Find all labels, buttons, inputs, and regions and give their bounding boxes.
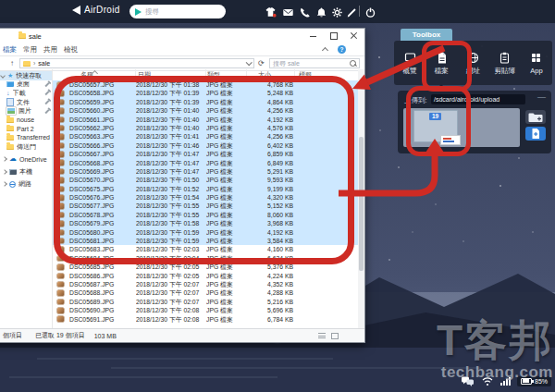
file-date: 2018/12/30 下午 02:08 (136, 306, 206, 314)
sidebar-item-quick-access[interactable]: ★ 快速存取 (0, 71, 52, 80)
sidebar-item-nouse[interactable]: nouse (0, 116, 52, 125)
tab-file[interactable]: 檔案 (3, 45, 17, 55)
collapse-ribbon-icon[interactable] (322, 47, 328, 54)
file-row[interactable]: DSC05668.JPG 2018/12/30 下午 01:47 JPG 檔案 … (53, 159, 358, 167)
sidebar-item-pictures[interactable]: 圖片 (0, 106, 52, 116)
tab-view[interactable]: 檢視 (64, 45, 78, 55)
minimize-popover-button[interactable]: — (537, 92, 546, 102)
chevron-collapse-icon[interactable] (2, 169, 7, 175)
chevron-collapse-icon[interactable] (2, 156, 7, 162)
upload-path-field[interactable]: /sdcard/airdroid/upload (431, 94, 525, 104)
column-header-size[interactable]: 大小 (247, 69, 295, 80)
breadcrumb-item[interactable]: sale (38, 60, 50, 67)
chevron-expand-icon[interactable] (0, 73, 6, 79)
file-row[interactable]: DSC05679.JPG 2018/12/30 下午 01:58 JPG 檔案 … (53, 219, 358, 227)
sidebar-item-this-pc[interactable]: 本機 (0, 167, 52, 177)
file-row[interactable]: DSC05691.JPG 2018/12/30 下午 02:08 JPG 檔案 … (53, 315, 358, 324)
wifi-icon[interactable] (481, 375, 494, 386)
tshirt-icon[interactable] (265, 6, 277, 18)
breadcrumb[interactable]: › sale (19, 58, 254, 68)
sidebar-item-desktop[interactable]: 桌面 (0, 80, 52, 90)
file-row[interactable]: DSC05680.JPG 2018/12/30 下午 01:59 JPG 檔案 … (53, 228, 358, 237)
sidebar-item-downloads[interactable]: ↓ 下載 (0, 89, 52, 98)
file-row[interactable]: DSC05676.JPG 2018/12/30 下午 01:54 JPG 檔案 … (53, 193, 358, 202)
file-row[interactable]: DSC05670.JPG 2018/12/30 下午 01:50 JPG 檔案 … (53, 176, 358, 184)
explorer-search-input[interactable]: 搜尋 sale (269, 58, 360, 68)
file-row[interactable]: DSC05686.JPG 2018/12/30 下午 02:05 JPG 檔案 … (53, 272, 358, 280)
file-name: DSC05669.JPG (69, 167, 136, 176)
vertical-scrollbar[interactable] (358, 69, 364, 328)
gear-icon[interactable] (331, 6, 343, 18)
explorer-titlebar[interactable]: sale (0, 29, 364, 43)
minimize-button[interactable] (303, 29, 324, 43)
add-file-button[interactable] (525, 127, 546, 141)
sidebar-item-part2[interactable]: Part 2 (0, 125, 52, 134)
file-name: DSC05687.JPG (69, 280, 136, 288)
file-type: JPG 檔案 (206, 306, 247, 314)
file-row[interactable]: DSC05685.JPG 2018/12/30 下午 02:05 JPG 檔案 … (53, 263, 358, 271)
file-row[interactable]: DSC05660.JPG 2018/12/30 下午 01:40 JPG 檔案 … (53, 106, 358, 115)
pencil-icon[interactable] (346, 6, 358, 18)
file-row[interactable]: DSC05675.JPG 2018/12/30 下午 01:52 JPG 檔案 … (53, 185, 358, 193)
file-type: JPG 檔案 (206, 116, 247, 124)
toolbox-item-files[interactable]: 檔案 (426, 41, 457, 85)
toolbox-item-clipboard[interactable]: 剪貼簿 (489, 41, 521, 85)
sidebar-item-documents[interactable]: 文件 (0, 98, 52, 107)
sidebar-item-portal[interactable]: 傳送門 (0, 142, 52, 152)
maximize-button[interactable] (324, 29, 344, 43)
toolbox-item-url[interactable]: 網址 (457, 41, 488, 85)
file-row[interactable]: DSC05667.JPG 2018/12/30 下午 01:47 JPG 檔案 … (53, 150, 358, 158)
phone-icon[interactable] (299, 6, 311, 18)
airdroid-search-input[interactable]: 搜尋 (130, 5, 226, 18)
help-button[interactable]: ? (338, 45, 346, 54)
cellular-signal-icon[interactable] (500, 377, 511, 386)
file-row[interactable]: DSC05663.JPG 2018/12/30 下午 01:41 JPG 檔案 … (53, 132, 358, 141)
add-folder-button[interactable] (525, 110, 546, 124)
file-row[interactable]: DSC05666.JPG 2018/12/30 下午 01:46 JPG 檔案 … (53, 141, 358, 150)
up-arrow-icon[interactable]: ↑ (10, 59, 14, 67)
column-header-type[interactable]: 類型 (206, 69, 247, 80)
file-row[interactable]: DSC05658.JPG 2018/12/30 下午 01:39 JPG 檔案 … (53, 89, 358, 97)
file-row[interactable]: DSC05661.JPG 2018/12/30 下午 01:40 JPG 檔案 … (53, 116, 358, 124)
thumbnail-view-icon[interactable] (331, 333, 339, 339)
toolbox-tab[interactable]: Toolbox (401, 29, 452, 41)
toolbox-item-overview[interactable]: 概覽 (394, 41, 426, 85)
file-row[interactable]: DSC05662.JPG 2018/12/30 下午 01:40 JPG 檔案 … (53, 124, 358, 132)
sidebar-item-network[interactable]: 網路 (0, 180, 52, 190)
file-row[interactable]: DSC05689.JPG 2018/12/30 下午 02:07 JPG 檔案 … (53, 298, 358, 306)
file-row[interactable]: DSC05688.JPG 2018/12/30 下午 02:07 JPG 檔案 … (53, 288, 358, 297)
chat-icon[interactable] (461, 375, 475, 387)
scrollbar-thumb[interactable] (359, 137, 364, 272)
file-row[interactable]: DSC05678.JPG 2018/12/30 下午 01:55 JPG 檔案 … (53, 211, 358, 219)
download-icon: ↓ (6, 90, 10, 96)
refresh-icon[interactable]: ⟳ (258, 59, 265, 67)
close-button[interactable] (344, 29, 364, 43)
sidebar-item-transferred-files[interactable]: Transferred Files (0, 133, 52, 142)
pin-icon (44, 109, 49, 114)
power-icon[interactable] (364, 6, 376, 18)
mail-icon[interactable] (282, 6, 294, 18)
tab-share[interactable]: 共用 (43, 45, 57, 55)
airdroid-logo-text: AirDroid (84, 5, 120, 15)
file-row[interactable]: DSC05669.JPG 2018/12/30 下午 01:47 JPG 檔案 … (53, 167, 358, 176)
battery-indicator[interactable]: 85% (517, 376, 551, 386)
file-row[interactable]: DSC05684.JPG 2018/12/30 下午 02:04 JPG 檔案 … (53, 254, 358, 263)
tab-home[interactable]: 常用 (23, 45, 37, 55)
details-view-icon[interactable] (318, 333, 326, 339)
column-header-tags[interactable]: 標籤 (295, 69, 358, 80)
file-row[interactable]: DSC05690.JPG 2018/12/30 下午 02:08 JPG 檔案 … (53, 306, 358, 314)
file-row[interactable]: DSC05677.JPG 2018/12/30 下午 01:55 JPG 檔案 … (53, 202, 358, 210)
file-row[interactable]: DSC05687.JPG 2018/12/30 下午 02:07 JPG 檔案 … (53, 280, 358, 288)
chevron-collapse-icon[interactable] (2, 181, 7, 187)
file-row[interactable]: DSC05659.JPG 2018/12/30 下午 01:39 JPG 檔案 … (53, 98, 358, 106)
sidebar-item-onedrive[interactable]: ☁ OneDrive (0, 154, 52, 164)
bell-icon[interactable] (315, 6, 327, 18)
file-size: 4,256 KB (247, 106, 295, 115)
upload-dropzone[interactable]: 19 (403, 108, 520, 147)
file-row[interactable]: DSC05681.JPG 2018/12/30 下午 01:59 JPG 檔案 … (53, 237, 358, 245)
chevron-down-icon[interactable] (246, 59, 253, 66)
column-header-date[interactable]: 日期 (136, 69, 206, 80)
toolbox-item-app[interactable]: App (521, 41, 552, 85)
file-row[interactable]: DSC05683.JPG 2018/12/30 下午 02:03 JPG 檔案 … (53, 245, 358, 253)
file-row[interactable]: DSC05657.JPG 2018/12/30 下午 01:38 JPG 檔案 … (53, 80, 358, 89)
